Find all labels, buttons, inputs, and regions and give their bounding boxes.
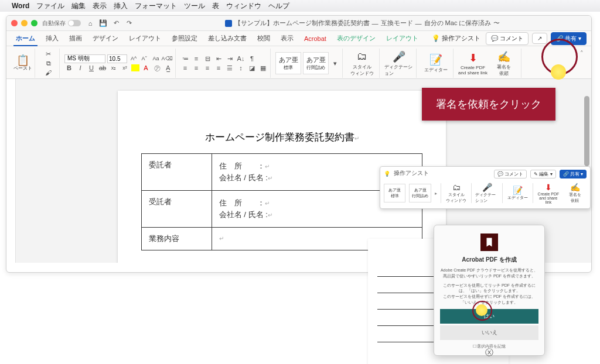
inset-style-nospace[interactable]: あア亜行間詰め [409, 184, 431, 202]
underline-icon[interactable]: U [87, 63, 96, 73]
multilevel-icon[interactable]: ⊟ [203, 54, 212, 63]
comments-button[interactable]: 💬 コメント [486, 32, 529, 45]
inset-edit-button[interactable]: ✎ 編集 ▾ [530, 170, 555, 178]
indent-inc-icon[interactable]: ⇥ [225, 54, 234, 63]
cut-icon[interactable]: ✂ [44, 49, 53, 59]
copy-icon[interactable]: ⧉ [44, 59, 53, 68]
styles-more-icon[interactable]: ▾ [330, 59, 340, 68]
menu-format[interactable]: フォーマット [135, 1, 177, 11]
menu-window[interactable]: ウィンドウ [226, 1, 261, 11]
inset-style-normal[interactable]: あア亜標準 [384, 184, 405, 202]
show-marks-icon[interactable]: ¶ [247, 54, 257, 63]
format-painter-icon[interactable]: 🖌 [44, 68, 53, 77]
line-spacing-icon[interactable]: ↕ [236, 63, 246, 73]
menu-file[interactable]: ファイル [36, 1, 64, 11]
style-pane-button[interactable]: 🗂 スタイル ウィンドウ [347, 50, 377, 77]
menu-edit[interactable]: 編集 [71, 1, 86, 11]
tell-me-icon[interactable]: 💡 [431, 34, 441, 43]
grow-font-icon[interactable]: A^ [129, 54, 138, 63]
close-popup-icon[interactable]: ⓧ [485, 348, 493, 358]
shrink-font-icon[interactable]: A˅ [140, 54, 149, 63]
phonetic-icon[interactable]: ㋐ [152, 63, 162, 73]
char-border-icon[interactable]: A̲ [163, 63, 173, 73]
menu-tools[interactable]: ツール [184, 1, 205, 11]
justify-icon[interactable]: ≡ [214, 63, 223, 73]
style-nospace[interactable]: あア亜 行間詰め [303, 52, 329, 74]
tab-table-layout[interactable]: レイアウト [381, 32, 423, 45]
dialog-title: Acrobat PDF を作成 [440, 256, 538, 264]
tab-design[interactable]: デザイン [88, 32, 123, 45]
cell-contractor-label[interactable]: 受託者 [142, 191, 212, 228]
share-button[interactable]: 🔗 共有 ▾ [551, 32, 587, 45]
shading-icon[interactable]: ◪ [247, 63, 257, 73]
inset-style-pane[interactable]: 🗂スタイル ウィンドウ [445, 183, 468, 204]
scrollbar-thumb[interactable] [584, 96, 589, 166]
font-name-select[interactable] [64, 54, 105, 63]
subscript-icon[interactable]: x₂ [109, 63, 118, 73]
superscript-icon[interactable]: x² [120, 63, 129, 73]
clear-format-icon[interactable]: A⌫ [162, 54, 172, 63]
distribute-icon[interactable]: ☰ [225, 63, 234, 73]
tab-references[interactable]: 参照設定 [167, 32, 202, 45]
indent-dec-icon[interactable]: ⇤ [214, 54, 223, 63]
strike-icon[interactable]: ab [98, 63, 107, 73]
inset-dictate[interactable]: 🎤ディクテーション [475, 183, 498, 204]
font-size-select[interactable] [107, 54, 127, 63]
borders-icon[interactable]: ▦ [258, 63, 268, 73]
clipboard-group: 📋 ペースト [11, 49, 35, 78]
inset-editor[interactable]: 📝エディター [506, 186, 529, 201]
catchup-icon[interactable]: ↗ [532, 33, 547, 44]
style-normal[interactable]: あア亜 標準 [275, 52, 301, 74]
ribbon-tabs: ホーム 挿入 描画 デザイン レイアウト 参照設定 差し込み文書 校閲 表示 A… [6, 31, 591, 46]
inset-share-button[interactable]: 🔗 共有 ▾ [560, 170, 587, 178]
tab-insert[interactable]: 挿入 [41, 32, 63, 45]
font-color-icon[interactable]: A [141, 63, 151, 73]
bullets-icon[interactable]: ≔ [180, 54, 190, 63]
tab-acrobat[interactable]: Acrobat [299, 33, 331, 44]
close-window-icon[interactable] [11, 20, 18, 26]
menu-table[interactable]: 表 [212, 1, 219, 11]
align-right-icon[interactable]: ≡ [203, 63, 212, 73]
tell-me-label[interactable]: 操作アシスト [442, 34, 480, 43]
bold-icon[interactable]: B [64, 63, 74, 73]
align-center-icon[interactable]: ≡ [192, 63, 201, 73]
app-name[interactable]: Word [12, 2, 29, 10]
redo-icon[interactable]: ↷ [124, 19, 134, 28]
toggle-icon[interactable] [68, 20, 81, 26]
editor-button[interactable]: 📝 エディター [421, 53, 451, 73]
change-case-icon[interactable]: Aa [151, 54, 161, 63]
inset-create-pdf[interactable]: ⬇Create PDF and share link [537, 183, 560, 204]
menu-insert[interactable]: 挿入 [114, 1, 128, 11]
dictate-button[interactable]: 🎤 ディクテーション [384, 50, 414, 77]
tab-mailings[interactable]: 差し込み文書 [203, 32, 251, 45]
inset-request-signature[interactable]: ✍署名を 依頼 [564, 183, 587, 204]
tab-table-design[interactable]: 表のデザイン [332, 32, 380, 45]
undo-icon[interactable]: ↶ [111, 19, 121, 28]
highlight-icon[interactable] [131, 64, 139, 71]
sort-icon[interactable]: A↓ [236, 54, 246, 63]
autosave-toggle[interactable]: 自動保存 [42, 19, 81, 28]
tab-view[interactable]: 表示 [276, 32, 298, 45]
dialog-no-button[interactable]: いいえ [440, 325, 538, 340]
tab-draw[interactable]: 描画 [64, 32, 87, 45]
tab-home[interactable]: ホーム [11, 32, 40, 45]
tab-review[interactable]: 校閲 [253, 32, 275, 45]
italic-icon[interactable]: I [76, 63, 85, 73]
menu-view[interactable]: 表示 [93, 1, 107, 11]
minimize-window-icon[interactable] [21, 20, 28, 26]
numbering-icon[interactable]: ≡ [192, 54, 201, 63]
home-icon[interactable]: ⌂ [86, 19, 95, 28]
dialog-yes-button[interactable]: はい [440, 309, 538, 324]
align-left-icon[interactable]: ≡ [180, 63, 190, 73]
inset-comments-button[interactable]: 💬 コメント [494, 170, 527, 178]
menu-help[interactable]: ヘルプ [268, 1, 289, 11]
paste-icon[interactable]: 📋 [18, 56, 28, 65]
cell-scope-label[interactable]: 業務内容 [142, 228, 212, 250]
save-icon[interactable]: 💾 [98, 19, 108, 28]
ribbon-collapse-icon[interactable]: ˄ [577, 49, 587, 58]
cell-client-label[interactable]: 委託者 [142, 154, 212, 191]
create-pdf-button[interactable]: ⬇ Create PDF and share link [458, 51, 488, 75]
tab-layout[interactable]: レイアウト [124, 32, 166, 45]
zoom-window-icon[interactable] [31, 20, 38, 26]
request-signature-button[interactable]: ✍ 署名を 依頼 [489, 50, 519, 77]
